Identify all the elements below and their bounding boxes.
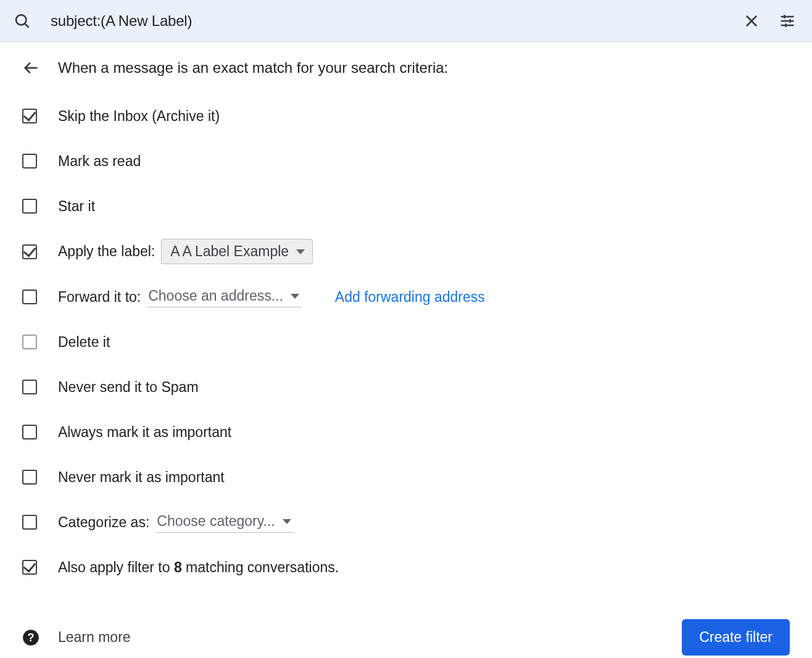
svg-line-1 [25, 23, 28, 27]
label-forward: Forward it to: [58, 289, 141, 306]
dropdown-forward[interactable]: Choose an address... [147, 286, 302, 307]
dropdown-apply-label-value: A A Label Example [170, 243, 289, 260]
option-star-it: Star it [22, 194, 790, 219]
search-bar [0, 0, 812, 42]
checkbox-apply-label[interactable] [22, 244, 37, 259]
checkbox-forward[interactable] [22, 289, 37, 304]
checkbox-never-spam[interactable] [22, 380, 37, 394]
option-never-spam: Never send it to Spam [22, 375, 790, 399]
option-categorize: Categorize as: Choose category... [22, 510, 790, 535]
search-input[interactable] [49, 12, 729, 30]
search-icon [14, 12, 31, 30]
clear-search-button[interactable] [738, 7, 765, 35]
label-delete: Delete it [58, 334, 110, 351]
option-apply-label: Apply the label: A A Label Example [22, 239, 790, 264]
label-always-important: Always mark it as important [58, 424, 231, 441]
panel-footer: ? Learn more Create filter [22, 619, 790, 656]
caret-down-icon [296, 249, 305, 254]
option-also-apply: Also apply filter to 8 matching conversa… [22, 555, 790, 580]
filter-actions-panel: When a message is an exact match for you… [0, 42, 812, 658]
option-never-important: Never mark it as important [22, 465, 790, 489]
option-always-important: Always mark it as important [22, 420, 790, 444]
label-never-spam: Never send it to Spam [58, 379, 199, 396]
option-delete: Delete it [22, 330, 790, 354]
checkbox-categorize[interactable] [22, 515, 37, 530]
svg-point-0 [16, 15, 26, 25]
checkbox-always-important[interactable] [22, 425, 37, 439]
dropdown-categorize[interactable]: Choose category... [155, 512, 293, 533]
dropdown-categorize-value: Choose category... [157, 513, 275, 530]
dropdown-forward-value: Choose an address... [148, 288, 283, 304]
caret-down-icon [291, 294, 299, 299]
checkbox-mark-read[interactable] [22, 154, 37, 169]
checkbox-also-apply[interactable] [22, 560, 37, 575]
back-button[interactable] [22, 59, 39, 77]
panel-title: When a message is an exact match for you… [58, 59, 448, 77]
label-apply-label: Apply the label: [58, 243, 155, 260]
option-skip-inbox: Skip the Inbox (Archive it) [22, 104, 790, 128]
add-forwarding-address-link[interactable]: Add forwarding address [335, 289, 485, 306]
checkbox-delete[interactable] [22, 335, 37, 349]
label-also-apply: Also apply filter to 8 matching conversa… [58, 559, 339, 576]
label-categorize: Categorize as: [58, 514, 149, 531]
option-mark-read: Mark as read [22, 149, 790, 173]
dropdown-apply-label[interactable]: A A Label Example [161, 239, 313, 264]
label-star-it: Star it [58, 198, 95, 215]
label-never-important: Never mark it as important [58, 469, 225, 486]
search-options-icon[interactable] [774, 7, 801, 35]
option-forward: Forward it to: Choose an address... Add … [22, 285, 790, 309]
label-mark-read: Mark as read [58, 153, 141, 170]
create-filter-button[interactable]: Create filter [682, 619, 790, 656]
checkbox-skip-inbox[interactable] [22, 109, 37, 123]
label-skip-inbox: Skip the Inbox (Archive it) [58, 108, 220, 125]
learn-more-link[interactable]: Learn more [58, 629, 131, 646]
checkbox-never-important[interactable] [22, 470, 37, 485]
help-icon[interactable]: ? [22, 629, 39, 646]
svg-text:?: ? [27, 630, 34, 643]
caret-down-icon [283, 519, 291, 524]
checkbox-star-it[interactable] [22, 199, 37, 214]
